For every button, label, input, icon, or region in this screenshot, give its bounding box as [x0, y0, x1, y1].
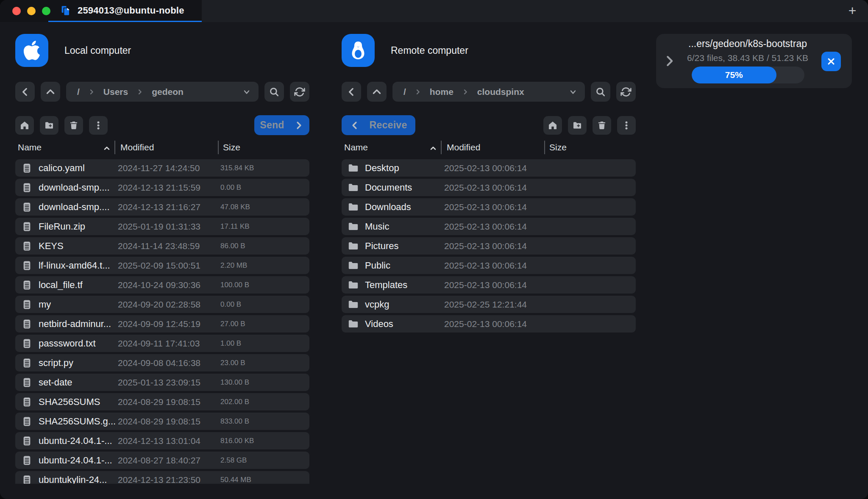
more-options-button[interactable]	[617, 116, 636, 135]
send-button[interactable]: Send	[254, 115, 309, 135]
search-button[interactable]	[264, 82, 284, 102]
trash-button[interactable]	[593, 116, 611, 135]
new-folder-button[interactable]	[568, 116, 587, 135]
breadcrumb-segment[interactable]: Users	[103, 87, 128, 97]
file-modified: 2025-02-13 00:06:14	[444, 159, 527, 177]
file-row[interactable]: netbird-adminur...2024-09-09 12:45:1927.…	[15, 315, 309, 333]
breadcrumb-segment[interactable]: home	[430, 87, 453, 97]
file-row[interactable]: passsword.txt2024-09-11 17:41:031.00 B	[15, 335, 309, 352]
more-options-button[interactable]	[89, 116, 108, 135]
remote-breadcrumb[interactable]: /homecloudspinx	[392, 82, 585, 102]
sort-asc-icon	[429, 144, 437, 152]
file-row[interactable]: lf-linux-amd64.t...2025-02-09 15:00:512.…	[15, 257, 309, 274]
file-row[interactable]: KEYS2024-11-14 23:48:5986.00 B	[15, 237, 309, 255]
search-button[interactable]	[591, 82, 610, 102]
receive-button[interactable]: Receive	[342, 115, 415, 135]
breadcrumb-segment[interactable]: gedeon	[152, 87, 184, 97]
file-row[interactable]: script.py2024-09-08 04:16:3823.00 B	[15, 354, 309, 371]
trash-button[interactable]	[64, 116, 83, 135]
file-row[interactable]: download-smp....2024-12-13 21:15:590.00 …	[15, 179, 309, 196]
file-name: Public	[365, 257, 390, 274]
file-row[interactable]: my2024-09-20 02:28:580.00 B	[15, 296, 309, 313]
folder-icon	[347, 200, 359, 213]
column-size[interactable]: Size	[549, 142, 567, 152]
folder-row[interactable]: Videos2025-02-13 00:06:14	[342, 315, 636, 333]
file-icon	[21, 298, 33, 311]
app-window: 2594013@ubuntu-noble + Local computer /U…	[0, 0, 868, 499]
file-row[interactable]: set-date2025-01-13 23:09:15130.00 B	[15, 374, 309, 391]
folder-row[interactable]: Templates2025-02-13 00:06:14	[342, 276, 636, 294]
file-row[interactable]: ubuntu-24.04.1-...2024-08-27 18:40:272.5…	[15, 452, 309, 469]
send-chevron-icon	[294, 120, 304, 130]
minimize-window-button[interactable]	[27, 7, 36, 15]
up-directory-button[interactable]	[367, 82, 387, 102]
tab-session[interactable]: 2594013@ubuntu-noble	[48, 0, 202, 22]
file-row[interactable]: download-smp....2024-12-13 21:16:2747.08…	[15, 198, 309, 216]
new-folder-button[interactable]	[40, 116, 58, 135]
file-row[interactable]: SHA256SUMS.g...2024-08-29 19:08:15833.00…	[15, 413, 309, 430]
home-button[interactable]	[15, 116, 34, 135]
up-directory-button[interactable]	[41, 82, 60, 102]
file-icon	[21, 434, 33, 447]
file-name: my	[39, 296, 51, 313]
new-tab-button[interactable]: +	[844, 3, 860, 19]
file-size: 202.00 B	[220, 393, 249, 410]
home-button[interactable]	[543, 116, 562, 135]
file-name: SHA256SUMS.g...	[39, 413, 116, 430]
breadcrumb-expand-icon[interactable]	[242, 88, 251, 96]
breadcrumb-expand-icon[interactable]	[569, 88, 577, 96]
file-modified: 2025-02-13 00:06:14	[444, 257, 527, 274]
file-row[interactable]: FileRun.zip2025-01-19 01:31:3317.11 KB	[15, 218, 309, 235]
file-modified: 2024-12-13 13:01:04	[118, 432, 200, 449]
breadcrumb-chevron-icon	[462, 89, 469, 95]
file-icon	[21, 356, 33, 369]
file-name: Templates	[365, 276, 407, 294]
local-breadcrumb[interactable]: /Usersgedeon	[66, 82, 259, 102]
transfer-path: ...ers/gedeon/k8s-bootstrap	[670, 38, 825, 50]
column-name[interactable]: Name	[18, 142, 42, 152]
column-modified[interactable]: Modified	[120, 142, 154, 152]
close-window-button[interactable]	[12, 7, 21, 15]
file-icon	[21, 454, 33, 467]
back-button[interactable]	[342, 82, 361, 102]
local-file-list: calico.yaml2024-11-27 14:24:50315.84 KBd…	[15, 159, 309, 484]
breadcrumb-segment[interactable]: /	[403, 87, 406, 97]
folder-row[interactable]: Downloads2025-02-13 00:06:14	[342, 198, 636, 216]
refresh-button[interactable]	[616, 82, 636, 102]
file-modified: 2025-02-13 00:06:14	[444, 198, 527, 216]
file-row[interactable]: ubuntu-24.04.1-...2024-12-13 13:01:04816…	[15, 432, 309, 449]
receive-chevron-icon	[350, 120, 360, 130]
folder-row[interactable]: Pictures2025-02-13 00:06:14	[342, 237, 636, 255]
folder-row[interactable]: Documents2025-02-13 00:06:14	[342, 179, 636, 196]
transfer-progress-label: 75%	[725, 70, 743, 80]
file-row[interactable]: local_file.tf2024-10-24 09:30:36100.00 B	[15, 276, 309, 294]
tab-bar: 2594013@ubuntu-noble +	[0, 0, 868, 22]
breadcrumb-segment[interactable]: /	[77, 87, 80, 97]
folder-icon	[347, 239, 359, 252]
file-modified: 2024-09-09 12:45:19	[118, 315, 200, 333]
file-icon	[21, 415, 33, 428]
folder-row[interactable]: Desktop2025-02-13 00:06:14	[342, 159, 636, 177]
folder-icon	[347, 161, 359, 175]
breadcrumb-segment[interactable]: cloudspinx	[477, 87, 524, 97]
file-modified: 2025-02-13 00:06:14	[444, 237, 527, 255]
breadcrumb-chevron-icon	[136, 89, 143, 95]
file-name: SHA256SUMS	[39, 393, 100, 410]
file-name: calico.yaml	[39, 159, 85, 177]
close-transfer-button[interactable]	[821, 52, 841, 71]
refresh-button[interactable]	[290, 82, 309, 102]
remote-nav-row: /homecloudspinx	[342, 82, 636, 102]
file-row[interactable]: ubuntukylin-24...2024-12-13 21:23:5050.4…	[15, 471, 309, 484]
column-modified[interactable]: Modified	[447, 142, 480, 152]
column-name[interactable]: Name	[344, 142, 368, 152]
file-modified: 2024-12-13 21:15:59	[118, 179, 200, 196]
column-size[interactable]: Size	[223, 142, 240, 152]
folder-row[interactable]: Public2025-02-13 00:06:14	[342, 257, 636, 274]
file-row[interactable]: SHA256SUMS2024-08-29 19:08:15202.00 B	[15, 393, 309, 410]
file-icon	[21, 278, 33, 291]
folder-row[interactable]: vcpkg2025-02-25 12:21:44	[342, 296, 636, 313]
file-name: lf-linux-amd64.t...	[39, 257, 110, 274]
folder-row[interactable]: Music2025-02-13 00:06:14	[342, 218, 636, 235]
file-row[interactable]: calico.yaml2024-11-27 14:24:50315.84 KB	[15, 159, 309, 177]
back-button[interactable]	[15, 82, 35, 102]
